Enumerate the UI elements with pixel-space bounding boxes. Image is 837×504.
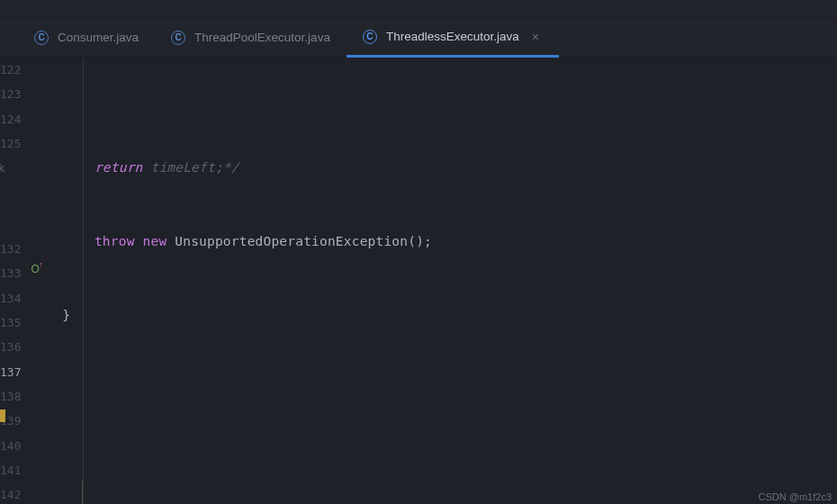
code-line[interactable]: [28, 377, 837, 401]
java-class-icon: C: [171, 31, 185, 45]
tab-label: ThreadPoolExecutor.java: [194, 31, 330, 44]
line-number-gutter[interactable]: 122 123 124 125 132 133 134 135 136 137 …: [0, 58, 28, 504]
java-class-icon: C: [363, 30, 377, 44]
close-icon[interactable]: ×: [528, 30, 543, 44]
tab-bar: C Consumer.java C ThreadPoolExecutor.jav…: [0, 18, 837, 58]
line-number[interactable]: 132: [0, 237, 21, 261]
line-number[interactable]: 123: [0, 82, 21, 106]
tab-threadlessexecutor[interactable]: C ThreadlessExecutor.java ×: [346, 19, 559, 58]
watermark: CSDN @m1f2c3: [759, 491, 832, 502]
margin-marker: k: [0, 162, 4, 175]
line-number[interactable]: 138: [0, 384, 21, 409]
code-line[interactable]: return timeLeft;*/: [28, 156, 837, 180]
code-line[interactable]: throw new UnsupportedOperationException(…: [28, 230, 837, 254]
code-area[interactable]: return timeLeft;*/ throw new Unsupported…: [28, 58, 837, 504]
tab-label: ThreadlessExecutor.java: [386, 30, 519, 43]
line-number[interactable]: 124: [0, 107, 21, 131]
line-number[interactable]: 134: [0, 286, 21, 310]
tab-threadpoolexecutor[interactable]: C ThreadPoolExecutor.java: [155, 18, 346, 57]
java-class-icon: C: [34, 31, 49, 45]
tab-consumer[interactable]: C Consumer.java: [18, 18, 155, 57]
editor[interactable]: k 122 123 124 125 132 133 134 135 136 13…: [0, 58, 837, 504]
code-line[interactable]: }: [28, 303, 837, 328]
line-number[interactable]: 136: [0, 335, 21, 359]
javadoc-block: If the calling thread is still waiting f…: [82, 481, 837, 504]
titlebar: [0, 0, 837, 18]
line-number[interactable]: 122: [0, 58, 21, 82]
line-number[interactable]: 141: [0, 458, 21, 482]
vcs-change-marker: [0, 410, 5, 422]
tab-label: Consumer.java: [58, 31, 139, 44]
line-number[interactable]: 135: [0, 310, 21, 335]
line-number[interactable]: 133: [0, 261, 21, 285]
line-number[interactable]: 142: [0, 482, 21, 504]
line-number[interactable]: 140: [0, 434, 21, 458]
line-number[interactable]: 125: [0, 131, 21, 156]
line-number[interactable]: 137: [0, 360, 21, 384]
